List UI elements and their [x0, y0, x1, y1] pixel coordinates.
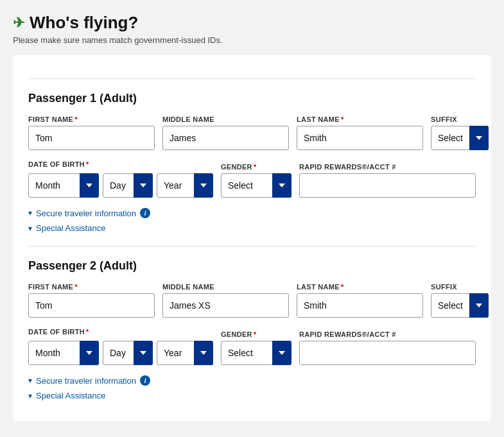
passenger-2-special-assistance-row[interactable]: ▾ Special Assistance — [28, 391, 476, 400]
passenger-2-secure-traveler-row[interactable]: ▾ Secure traveler information i — [28, 375, 476, 386]
passenger-1-year-select[interactable]: Year 2024200019901980 — [157, 173, 213, 198]
page-title: ✈ Who's flying? — [13, 13, 491, 33]
passenger-1-gender-select[interactable]: Select Male Female — [221, 173, 291, 198]
passenger-2-dob-row: DATE OF BIRTH* Month JanuaryFebruaryMarc… — [28, 328, 476, 365]
plane-icon: ✈ — [13, 15, 24, 31]
passenger-1-secure-traveler-row[interactable]: ▾ Secure traveler information i — [28, 208, 476, 218]
form-card: Passenger 1 (Adult) FIRST NAME* MIDDLE N… — [13, 55, 491, 421]
passenger-2-middlename-input[interactable] — [162, 293, 289, 318]
passenger-2-gender-group: GENDER* Select Male Female — [221, 330, 291, 365]
passenger-1-rewards-input[interactable] — [299, 173, 476, 198]
passenger-1-year-wrapper: Year 2024200019901980 — [157, 173, 213, 198]
passenger-1-lastname-label: LAST NAME* — [297, 116, 423, 123]
passenger-1-dob-group: DATE OF BIRTH* Month JanuaryFebruaryMarc… — [28, 160, 213, 198]
passenger-1-lastname-input[interactable] — [297, 126, 423, 150]
passenger-1-dob-fields: Month JanuaryFebruaryMarch AprilMayJune … — [28, 173, 213, 198]
passenger-1-rewards-label: RAPID REWARDS®/ACCT # — [299, 163, 476, 171]
passenger-2-title: Passenger 2 (Adult) — [28, 259, 476, 273]
passenger-1-section: Passenger 1 (Adult) FIRST NAME* MIDDLE N… — [28, 78, 476, 233]
passenger-1-firstname-input[interactable] — [28, 126, 155, 150]
passenger-2-year-wrapper: Year 202420001990 — [157, 341, 213, 365]
passenger-2-lastname-label: LAST NAME* — [297, 283, 423, 291]
passenger-2-rewards-input[interactable] — [299, 341, 476, 365]
passenger-2-dob-fields: Month JanuaryFebruaryMarch Day 123 — [28, 341, 213, 365]
page-header: ✈ Who's flying? Please make sure names m… — [13, 13, 491, 45]
passenger-2-suffix-wrapper: Select Jr Sr — [431, 293, 489, 318]
passenger-1-firstname-label: FIRST NAME* — [28, 116, 155, 123]
passenger-1-gender-group: GENDER* Select Male Female — [221, 163, 291, 198]
passenger-1-rewards-group: RAPID REWARDS®/ACCT # — [299, 163, 476, 198]
passenger-2-rewards-label: RAPID REWARDS®/ACCT # — [299, 330, 476, 338]
passenger-1-gender-wrapper: Select Male Female — [221, 173, 291, 198]
passenger-1-title: Passenger 1 (Adult) — [28, 92, 476, 105]
passenger-2-gender-label: GENDER* — [221, 330, 291, 338]
passenger-2-day-wrapper: Day 123 — [103, 341, 153, 365]
passenger-1-month-wrapper: Month JanuaryFebruaryMarch AprilMayJune … — [28, 173, 99, 198]
passenger-1-assistance-chevron-icon: ▾ — [28, 224, 32, 233]
page-subtitle: Please make sure names match government-… — [13, 35, 491, 45]
passenger-1-info-icon: i — [140, 208, 150, 218]
passenger-1-special-assistance-link[interactable]: Special Assistance — [36, 223, 105, 233]
passenger-2-month-select[interactable]: Month JanuaryFebruaryMarch — [28, 341, 99, 365]
passenger-2-rewards-group: RAPID REWARDS®/ACCT # — [299, 330, 476, 365]
passenger-1-firstname-group: FIRST NAME* — [28, 116, 155, 150]
passenger-2-firstname-label: FIRST NAME* — [28, 283, 155, 291]
passenger-1-middlename-input[interactable] — [162, 126, 289, 150]
passenger-2-dob-group: DATE OF BIRTH* Month JanuaryFebruaryMarc… — [28, 328, 213, 365]
passenger-1-secure-traveler-link[interactable]: Secure traveler information — [36, 209, 136, 218]
passenger-2-secure-chevron-icon: ▾ — [28, 376, 32, 385]
passenger-2-assistance-chevron-icon: ▾ — [28, 391, 32, 400]
passenger-2-special-assistance-link[interactable]: Special Assistance — [36, 391, 105, 400]
passenger-1-day-select[interactable]: Day 12345 — [103, 173, 153, 198]
passenger-1-middlename-group: MIDDLE NAME — [162, 116, 289, 150]
passenger-1-middlename-label: MIDDLE NAME — [162, 116, 289, 123]
passenger-2-suffix-label: SUFFIX — [431, 283, 489, 291]
passenger-2-secure-traveler-link[interactable]: Secure traveler information — [36, 376, 136, 386]
passenger-1-gender-label: GENDER* — [221, 163, 291, 171]
passenger-1-lastname-group: LAST NAME* — [297, 116, 423, 150]
passenger-1-secure-chevron-icon: ▾ — [28, 209, 32, 218]
passenger-1-suffix-wrapper: Select Jr Sr II III — [431, 126, 489, 150]
passenger-1-suffix-label: SUFFIX — [431, 116, 489, 123]
passenger-2-name-row: FIRST NAME* MIDDLE NAME LAST NAME* SUFFI… — [28, 283, 476, 318]
passenger-2-month-wrapper: Month JanuaryFebruaryMarch — [28, 341, 99, 365]
passenger-1-special-assistance-row[interactable]: ▾ Special Assistance — [28, 223, 476, 233]
passenger-2-suffix-select[interactable]: Select Jr Sr — [431, 293, 489, 318]
passenger-2-dob-label: DATE OF BIRTH* — [28, 328, 213, 336]
passenger-1-suffix-group: SUFFIX Select Jr Sr II III — [431, 116, 489, 150]
passenger-2-middlename-group: MIDDLE NAME — [162, 283, 289, 318]
passenger-1-dob-row: DATE OF BIRTH* Month JanuaryFebruaryMarc… — [28, 160, 476, 198]
passenger-2-middlename-label: MIDDLE NAME — [162, 283, 289, 291]
passenger-2-info-icon: i — [140, 375, 150, 386]
passenger-2-year-select[interactable]: Year 202420001990 — [157, 341, 213, 365]
passenger-2-firstname-input[interactable] — [28, 293, 155, 318]
page-wrapper: ✈ Who's flying? Please make sure names m… — [0, 0, 504, 437]
passenger-2-firstname-group: FIRST NAME* — [28, 283, 155, 318]
passenger-2-suffix-group: SUFFIX Select Jr Sr — [431, 283, 489, 318]
passenger-2-gender-wrapper: Select Male Female — [221, 341, 291, 365]
passenger-2-gender-select[interactable]: Select Male Female — [221, 341, 291, 365]
passenger-1-name-row: FIRST NAME* MIDDLE NAME LAST NAME* SUFFI… — [28, 116, 476, 150]
passenger-1-dob-label: DATE OF BIRTH* — [28, 160, 213, 168]
passenger-1-suffix-select[interactable]: Select Jr Sr II III — [431, 126, 489, 150]
passenger-2-day-select[interactable]: Day 123 — [103, 341, 153, 365]
section-divider — [28, 246, 476, 246]
passenger-1-month-select[interactable]: Month JanuaryFebruaryMarch AprilMayJune … — [28, 173, 99, 198]
passenger-1-day-wrapper: Day 12345 — [103, 173, 153, 198]
passenger-2-lastname-group: LAST NAME* — [297, 283, 423, 318]
passenger-2-section: Passenger 2 (Adult) FIRST NAME* MIDDLE N… — [28, 259, 476, 400]
passenger-2-lastname-input[interactable] — [297, 293, 423, 318]
